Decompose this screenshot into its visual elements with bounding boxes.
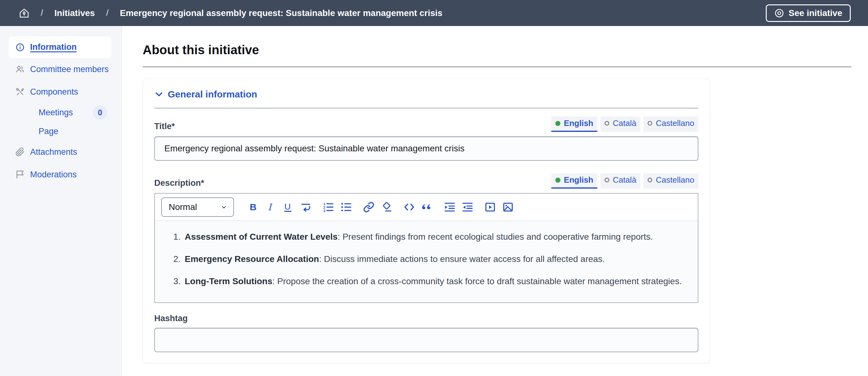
chevron-down-icon bbox=[220, 203, 228, 211]
bold-icon[interactable]: B bbox=[246, 201, 258, 213]
sidebar-item-label: Components bbox=[30, 87, 78, 97]
language-tab-castellano[interactable]: Castellano bbox=[644, 116, 699, 132]
clear-format-icon[interactable] bbox=[380, 201, 393, 213]
description-field-label: Description* bbox=[154, 178, 204, 189]
list-item-bold-text: Assessment of Current Water Levels bbox=[185, 232, 338, 242]
sidebar-item-page[interactable]: Page bbox=[0, 122, 122, 141]
translated-dot-icon bbox=[555, 178, 560, 183]
paragraph-style-select[interactable]: Normal bbox=[161, 197, 234, 217]
main-content: About this initiative General informatio… bbox=[122, 26, 868, 376]
title-input[interactable] bbox=[154, 136, 699, 161]
bullet-list-icon[interactable] bbox=[340, 201, 352, 213]
flag-icon bbox=[15, 170, 25, 179]
sidebar-item-label: Meetings bbox=[38, 108, 73, 117]
description-rich-text-editor: Normal B I U bbox=[154, 193, 699, 303]
svg-text:B: B bbox=[250, 202, 256, 212]
eye-icon bbox=[774, 8, 784, 18]
code-block-icon[interactable] bbox=[403, 201, 415, 213]
paragraph-style-value: Normal bbox=[169, 202, 197, 212]
people-icon bbox=[15, 65, 25, 74]
image-icon[interactable] bbox=[502, 201, 514, 213]
section-divider bbox=[154, 108, 699, 108]
language-tab-label: Català bbox=[613, 175, 636, 185]
blockquote-icon[interactable] bbox=[421, 201, 433, 213]
chevron-down-icon bbox=[154, 90, 164, 99]
general-information-toggle[interactable]: General information bbox=[154, 89, 699, 100]
see-initiative-button[interactable]: See initiative bbox=[766, 4, 851, 22]
untranslated-circle-icon bbox=[604, 121, 609, 126]
tools-icon bbox=[15, 87, 25, 97]
underline-icon[interactable]: U bbox=[282, 201, 294, 213]
title-language-tabs: English Català Castellano bbox=[551, 116, 699, 132]
paperclip-icon bbox=[15, 147, 25, 157]
language-tab-catala[interactable]: Català bbox=[600, 173, 640, 189]
breadcrumb: / Initiatives / Emergency regional assem… bbox=[19, 8, 442, 19]
language-tab-catala[interactable]: Català bbox=[600, 116, 640, 132]
home-icon[interactable] bbox=[19, 8, 29, 19]
ordered-list-icon[interactable]: 1 2 3 bbox=[322, 201, 335, 213]
sidebar-item-label: Moderations bbox=[30, 170, 77, 179]
sidebar-item-components[interactable]: Components bbox=[0, 80, 122, 103]
list-item-number: 1. bbox=[168, 229, 181, 245]
language-tab-english[interactable]: English bbox=[551, 173, 597, 189]
link-icon[interactable] bbox=[363, 201, 375, 213]
list-item-rest-text: : Discuss immediate actions to ensure wa… bbox=[319, 254, 604, 264]
topbar: / Initiatives / Emergency regional assem… bbox=[0, 0, 868, 26]
language-tab-label: English bbox=[564, 118, 593, 128]
editor-list-item: 2. Emergency Resource Allocation: Discus… bbox=[168, 251, 685, 268]
line-break-icon[interactable] bbox=[300, 201, 312, 213]
list-item-text: Long-Term Solutions: Propose the creatio… bbox=[185, 273, 682, 290]
untranslated-circle-icon bbox=[604, 178, 609, 182]
language-tab-label: Castellano bbox=[656, 175, 694, 185]
description-language-tabs: English Català Castellano bbox=[551, 173, 699, 189]
editor-list-item: 1. Assessment of Current Water Levels: P… bbox=[168, 229, 685, 245]
sidebar-item-label: Committee members bbox=[30, 65, 109, 74]
outdent-icon[interactable] bbox=[461, 201, 474, 213]
editor-content-area[interactable]: 1. Assessment of Current Water Levels: P… bbox=[155, 221, 698, 302]
language-tab-label: English bbox=[564, 175, 593, 185]
general-information-card: General information Title* English Catal… bbox=[143, 79, 710, 363]
sidebar: Information Committee members Components bbox=[0, 26, 122, 376]
list-item-text: Emergency Resource Allocation: Discuss i… bbox=[185, 251, 605, 268]
list-item-number: 3. bbox=[168, 273, 181, 290]
page-title: About this initiative bbox=[143, 43, 851, 57]
italic-icon[interactable]: I bbox=[264, 201, 276, 213]
hashtag-input[interactable] bbox=[154, 328, 699, 352]
video-icon[interactable] bbox=[484, 201, 496, 213]
sidebar-item-information[interactable]: Information bbox=[9, 36, 111, 58]
list-item-text: Assessment of Current Water Levels: Pres… bbox=[185, 229, 653, 245]
page-title-divider bbox=[143, 66, 851, 67]
editor-toolbar: Normal B I U bbox=[155, 194, 698, 221]
section-title: General information bbox=[168, 89, 257, 100]
sidebar-item-attachments[interactable]: Attachments bbox=[0, 141, 122, 163]
indent-icon[interactable] bbox=[443, 201, 456, 213]
sidebar-item-committee-members[interactable]: Committee members bbox=[0, 58, 122, 80]
sidebar-item-moderations[interactable]: Moderations bbox=[0, 163, 122, 186]
untranslated-circle-icon bbox=[648, 178, 652, 182]
breadcrumb-separator: / bbox=[41, 8, 43, 18]
sidebar-item-label: Information bbox=[30, 42, 77, 52]
untranslated-circle-icon bbox=[648, 121, 652, 126]
language-tab-label: Català bbox=[613, 118, 636, 128]
meetings-count-badge: 0 bbox=[93, 105, 107, 120]
language-tab-castellano[interactable]: Castellano bbox=[644, 173, 699, 189]
title-field-label: Title* bbox=[154, 122, 175, 132]
svg-text:U: U bbox=[284, 202, 291, 211]
list-item-number: 2. bbox=[168, 251, 181, 268]
hashtag-field-label: Hashtag bbox=[154, 314, 188, 324]
breadcrumb-initiatives[interactable]: Initiatives bbox=[55, 8, 95, 18]
sidebar-item-meetings[interactable]: Meetings 0 bbox=[0, 103, 122, 122]
info-icon bbox=[15, 43, 25, 52]
translated-dot-icon bbox=[555, 121, 560, 126]
sidebar-item-label: Page bbox=[38, 127, 58, 136]
breadcrumb-separator: / bbox=[106, 8, 109, 18]
editor-list-item: 3. Long-Term Solutions: Propose the crea… bbox=[168, 273, 685, 290]
list-item-rest-text: : Present findings from recent ecologica… bbox=[338, 232, 653, 242]
see-initiative-label: See initiative bbox=[789, 8, 842, 18]
svg-text:3: 3 bbox=[323, 209, 325, 213]
list-item-rest-text: : Propose the creation of a cross-commun… bbox=[272, 276, 682, 286]
sidebar-item-label: Attachments bbox=[30, 147, 77, 157]
language-tab-label: Castellano bbox=[656, 118, 694, 128]
list-item-bold-text: Long-Term Solutions bbox=[185, 276, 272, 286]
language-tab-english[interactable]: English bbox=[551, 116, 597, 132]
